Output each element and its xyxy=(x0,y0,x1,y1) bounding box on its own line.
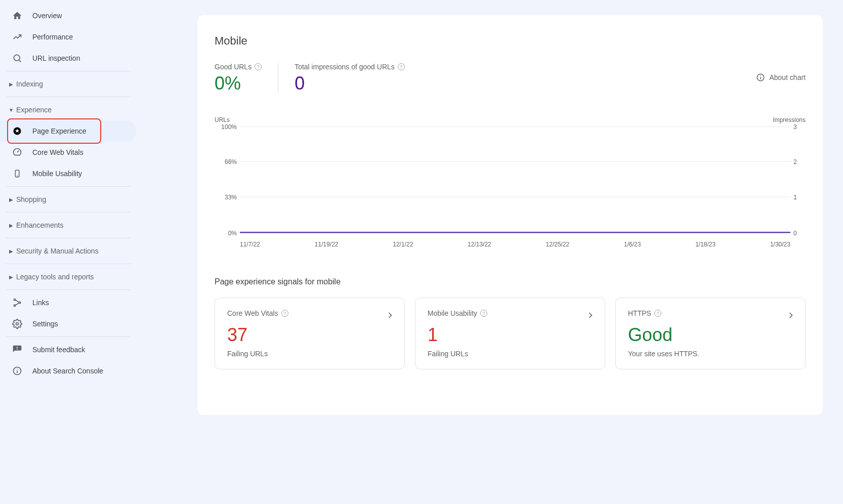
sidebar-section-shopping[interactable]: ▶ Shopping xyxy=(0,189,137,210)
section-label: Shopping xyxy=(16,195,46,203)
divider xyxy=(6,289,131,290)
mobile-icon xyxy=(12,169,22,179)
section-label: Legacy tools and reports xyxy=(16,273,94,281)
sidebar-label: Core Web Vitals xyxy=(32,148,83,156)
sidebar-section-enhancements[interactable]: ▶ Enhancements xyxy=(0,215,137,236)
caret-right-icon: ▶ xyxy=(6,197,16,202)
chart-xticks: 11/7/22 11/19/22 12/1/22 12/13/22 12/25/… xyxy=(240,241,790,248)
kpi-value: 0% xyxy=(215,73,262,94)
sidebar-section-experience[interactable]: ▼ Experience xyxy=(0,99,137,120)
sidebar-item-about[interactable]: About Search Console xyxy=(0,360,137,382)
report-card: Mobile Good URLs ? 0% Total impressions … xyxy=(197,15,823,415)
svg-line-3 xyxy=(17,151,19,152)
section-label: Enhancements xyxy=(16,221,63,229)
signal-value: Good xyxy=(628,324,793,346)
caret-right-icon: ▶ xyxy=(6,274,16,280)
caret-right-icon: ▶ xyxy=(6,248,16,254)
signal-subtext: Failing URLs xyxy=(428,350,593,358)
svg-point-12 xyxy=(17,368,18,369)
svg-line-1 xyxy=(19,60,21,62)
search-icon xyxy=(12,53,22,63)
divider xyxy=(6,186,131,187)
kpi-value: 0 xyxy=(294,73,405,94)
caret-right-icon: ▶ xyxy=(6,81,16,87)
signal-title: Core Web Vitals xyxy=(227,309,278,317)
trend-icon xyxy=(12,32,22,42)
signal-value: 1 xyxy=(428,324,593,346)
signal-value: 37 xyxy=(227,324,392,346)
ytick-left: 0% xyxy=(220,230,237,237)
speedometer-icon xyxy=(12,147,22,157)
help-icon[interactable]: ? xyxy=(398,63,405,70)
kpi-impressions: Total impressions of good URLs ? 0 xyxy=(278,63,421,94)
sidebar-section-security[interactable]: ▶ Security & Manual Actions xyxy=(0,240,137,262)
help-icon[interactable]: ? xyxy=(654,310,661,317)
ytick-left: 100% xyxy=(220,123,237,131)
caret-right-icon: ▶ xyxy=(6,223,16,228)
divider xyxy=(6,264,131,264)
xtick: 1/18/23 xyxy=(695,241,715,248)
ytick-right: 1 xyxy=(793,194,803,201)
sidebar-label: Overview xyxy=(32,12,62,20)
section-label: Security & Manual Actions xyxy=(16,247,99,255)
sidebar-item-overview[interactable]: Overview xyxy=(0,5,137,26)
divider xyxy=(6,71,131,71)
caret-down-icon: ▼ xyxy=(6,107,16,113)
sidebar-item-performance[interactable]: Performance xyxy=(0,26,137,48)
chart: URLs Impressions 100%3 66%2 33%1 0%0 11/… xyxy=(215,116,806,248)
signal-subtext: Your site uses HTTPS. xyxy=(628,350,793,358)
ytick-left: 33% xyxy=(220,194,237,201)
sidebar-item-settings[interactable]: Settings xyxy=(0,313,137,334)
help-icon[interactable]: ? xyxy=(281,310,288,317)
signal-mobile-usability[interactable]: Mobile Usability ? 1 Failing URLs xyxy=(415,298,605,369)
chart-plot: 100%3 66%2 33%1 0%0 xyxy=(240,127,790,233)
help-icon[interactable]: ? xyxy=(255,63,262,70)
signals-row: Core Web Vitals ? 37 Failing URLs Mobile… xyxy=(215,298,806,369)
sidebar-section-legacy[interactable]: ▶ Legacy tools and reports xyxy=(0,266,137,287)
sidebar-item-mobile-usability[interactable]: Mobile Usability xyxy=(0,163,137,184)
sidebar-item-url-inspection[interactable]: URL inspection xyxy=(0,48,137,69)
signal-title: Mobile Usability xyxy=(428,309,477,317)
signal-title: HTTPS xyxy=(628,309,651,317)
chevron-right-icon xyxy=(585,310,596,320)
xtick: 11/19/22 xyxy=(315,241,339,248)
sidebar-section-indexing[interactable]: ▶ Indexing xyxy=(0,73,137,95)
info-icon xyxy=(12,366,22,376)
signals-title: Page experience signals for mobile xyxy=(215,277,806,286)
section-label: Experience xyxy=(16,106,52,114)
sidebar-item-links[interactable]: Links xyxy=(0,292,137,313)
xtick: 12/13/22 xyxy=(468,241,491,248)
ytick-left: 66% xyxy=(220,158,237,165)
chevron-right-icon xyxy=(786,310,796,320)
sidebar-item-submit-feedback[interactable]: Submit feedback xyxy=(0,339,137,360)
home-icon xyxy=(12,11,22,21)
divider xyxy=(6,212,131,213)
xtick: 11/7/22 xyxy=(240,241,260,248)
sidebar-label: Links xyxy=(32,299,49,307)
signal-subtext: Failing URLs xyxy=(227,350,392,358)
xtick: 12/1/22 xyxy=(393,241,413,248)
svg-point-7 xyxy=(14,305,15,306)
feedback-icon xyxy=(12,345,22,355)
xtick: 1/6/23 xyxy=(624,241,641,248)
divider xyxy=(6,97,131,97)
sidebar-label: URL inspection xyxy=(32,54,80,62)
sidebar: Overview Performance URL inspection ▶ In… xyxy=(0,0,137,504)
sidebar-label: Submit feedback xyxy=(32,346,85,354)
xtick: 1/30/23 xyxy=(770,241,790,248)
ytick-right: 2 xyxy=(793,158,803,165)
kpi-label: Total impressions of good URLs xyxy=(294,63,395,71)
about-chart-button[interactable]: About chart xyxy=(756,73,806,82)
sidebar-label: Settings xyxy=(32,320,58,328)
svg-point-15 xyxy=(761,75,762,76)
xtick: 12/25/22 xyxy=(546,241,570,248)
signal-https[interactable]: HTTPS ? Good Your site uses HTTPS. xyxy=(615,298,806,369)
gear-icon xyxy=(12,319,22,329)
about-chart-label: About chart xyxy=(769,73,806,81)
sidebar-item-core-web-vitals[interactable]: Core Web Vitals xyxy=(0,142,137,163)
help-icon[interactable]: ? xyxy=(480,310,487,317)
sidebar-item-page-experience[interactable]: Page Experience xyxy=(0,120,137,142)
ytick-right: 3 xyxy=(793,123,803,131)
main: Mobile Good URLs ? 0% Total impressions … xyxy=(137,0,843,504)
signal-core-web-vitals[interactable]: Core Web Vitals ? 37 Failing URLs xyxy=(215,298,405,369)
